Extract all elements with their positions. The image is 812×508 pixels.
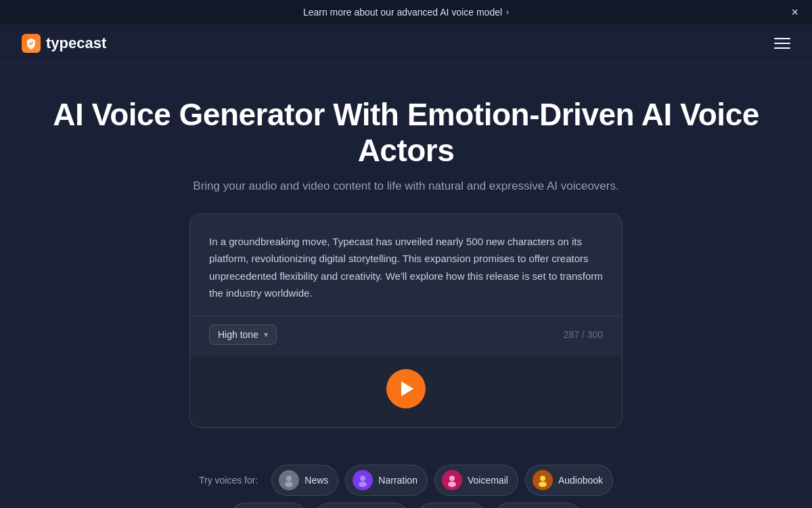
voice-name-news: News [304,475,328,486]
svg-point-2 [360,475,365,481]
tone-selector[interactable]: High tone ▾ [209,324,277,345]
voice-chip-classroom[interactable]: Classroom [493,503,582,508]
navbar: typecast [0,24,812,63]
announcement-bar: Learn more about our advanced AI voice m… [0,0,812,24]
logo-icon [22,34,41,53]
play-button[interactable] [386,369,426,408]
logo-text: typecast [46,35,106,52]
voices-row-2: Cartoon Video Game TikTok [27,503,785,508]
announcement-close-button[interactable]: × [791,6,798,18]
hamburger-line-2 [774,43,790,44]
avatar-news [279,470,299,490]
announcement-chevron: › [506,7,509,17]
voice-chip-cartoon[interactable]: Cartoon [230,503,307,508]
hero-subtitle: Bring your audio and video content to li… [14,179,798,193]
svg-point-3 [359,482,367,487]
voice-chip-narration[interactable]: Narration [345,465,428,496]
svg-point-5 [448,482,456,487]
svg-point-1 [285,482,293,487]
hamburger-line-1 [774,38,790,39]
voice-chip-tiktok[interactable]: TikTok [416,503,487,508]
voices-row-1: Try voices for: News Narration [27,465,785,496]
voice-chip-news[interactable]: News [271,465,338,496]
demo-card: In a groundbreaking move, Typecast has u… [189,213,623,428]
svg-point-0 [286,475,292,481]
svg-point-6 [540,475,545,481]
avatar-audiobook [533,470,553,490]
voices-section: Try voices for: News Narration [0,465,812,508]
svg-point-7 [539,482,547,487]
demo-body-text: In a groundbreaking move, Typecast has u… [209,233,603,302]
voice-name-voicemail: Voicemail [468,475,508,486]
play-section [190,356,622,427]
announcement-link[interactable]: Learn more about our advanced AI voice m… [303,7,509,18]
logo-link[interactable]: typecast [22,34,106,53]
avatar-voicemail [442,470,462,490]
voice-chip-voicemail[interactable]: Voicemail [434,465,518,496]
voice-chip-audiobook[interactable]: Audiobook [525,465,613,496]
announcement-text: Learn more about our advanced AI voice m… [303,7,502,18]
demo-controls: High tone ▾ 287 / 300 [190,316,622,356]
hero-title: AI Voice Generator With Emotion-Driven A… [14,97,798,169]
voice-name-audiobook: Audiobook [558,475,603,486]
voice-name-narration: Narration [378,475,418,486]
demo-text-area: In a groundbreaking move, Typecast has u… [190,214,622,316]
voice-chip-videogame[interactable]: Video Game [314,503,410,508]
play-icon [401,381,413,396]
svg-point-4 [449,475,455,481]
avatar-narration [353,470,373,490]
char-count: 287 / 300 [564,329,603,340]
hamburger-line-3 [774,47,790,49]
dropdown-arrow-icon: ▾ [264,330,268,339]
voices-label: Try voices for: [199,475,258,486]
hero-section: AI Voice Generator With Emotion-Driven A… [0,63,812,465]
tone-label: High tone [218,329,258,340]
hamburger-menu[interactable] [774,38,790,49]
